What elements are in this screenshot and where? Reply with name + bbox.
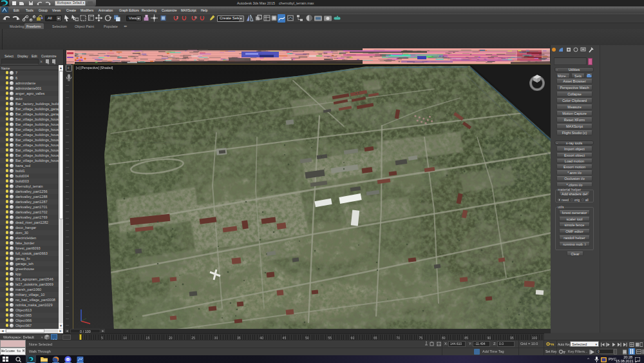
svg-text:3: 3 (176, 15, 178, 19)
svg-text:+: + (67, 66, 70, 70)
svg-text:%: % (194, 15, 197, 19)
